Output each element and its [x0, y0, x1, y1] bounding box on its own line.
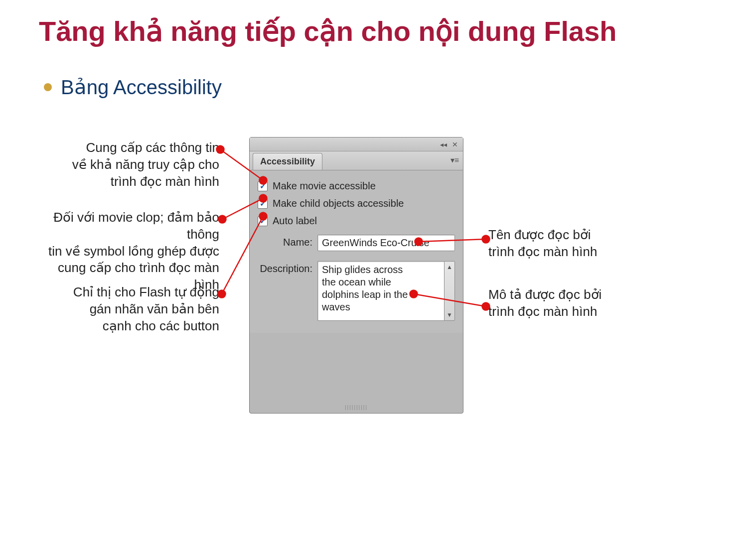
description-scrollbar[interactable]: ▲ ▼ — [444, 261, 455, 321]
page-title: Tăng khả năng tiếp cận cho nội dung Flas… — [39, 15, 727, 47]
checkbox-row-movie-accessible: ✓ Make movie accessible — [258, 177, 455, 195]
callout-movie-accessible: Cung cấp các thông tin về khả năng truy … — [50, 140, 219, 190]
bullet-item: Bảng Accessibility — [44, 76, 222, 99]
checkbox-label: Make movie accessible — [273, 180, 376, 192]
description-label: Description: — [258, 261, 312, 275]
panel-tabbar: Accessibility ▾≡ — [250, 151, 463, 170]
description-field-wrap: Ship glides across the ocean while dolph… — [317, 261, 455, 321]
tab-accessibility[interactable]: Accessibility — [253, 153, 322, 170]
description-row: Description: Ship glides across the ocea… — [258, 256, 455, 326]
panel-resize-grip-icon[interactable]: |||||||||| — [345, 405, 368, 410]
panel-body: ✓ Make movie accessible ✓ Make child obj… — [250, 170, 463, 333]
checkbox-movie-accessible[interactable]: ✓ — [258, 181, 268, 191]
checkbox-label: Auto label — [273, 215, 317, 227]
checkbox-label: Make child objects accessible — [273, 198, 404, 209]
name-input[interactable]: GreenWinds Eco-Cruise — [317, 235, 455, 251]
checkbox-auto-label[interactable]: ✓ — [258, 216, 268, 226]
callout-child-objects: Đối với movie clop; đảm bảo thông tin về… — [30, 209, 219, 293]
panel-toolbar: ◂◂ ✕ — [250, 138, 463, 151]
accessibility-panel: ◂◂ ✕ Accessibility ▾≡ ✓ Make movie acces… — [249, 137, 463, 414]
bullet-dot-icon — [44, 83, 52, 91]
collapse-icon[interactable]: ◂◂ — [440, 140, 447, 148]
callout-description-field: Mô tả được đọc bởi trình đọc màn hình — [488, 286, 638, 320]
scroll-down-icon[interactable]: ▼ — [447, 309, 452, 320]
checkbox-child-objects[interactable]: ✓ — [258, 199, 268, 209]
name-label: Name: — [258, 235, 312, 248]
close-icon[interactable]: ✕ — [452, 140, 458, 148]
checkbox-row-child-objects: ✓ Make child objects accessible — [258, 195, 455, 212]
bullet-text: Bảng Accessibility — [61, 76, 222, 99]
scroll-up-icon[interactable]: ▲ — [447, 262, 452, 273]
panel-menu-icon[interactable]: ▾≡ — [450, 155, 459, 165]
name-row: Name: GreenWinds Eco-Cruise — [258, 230, 455, 256]
description-input[interactable]: Ship glides across the ocean while dolph… — [317, 261, 444, 321]
checkbox-row-auto-label: ✓ Auto label — [258, 212, 455, 230]
callout-name-field: Tên được đọc bởi trình đọc màn hình — [488, 227, 638, 261]
callout-auto-label: Chỉ thị cho Flash tự động gán nhãn văn b… — [50, 284, 219, 334]
